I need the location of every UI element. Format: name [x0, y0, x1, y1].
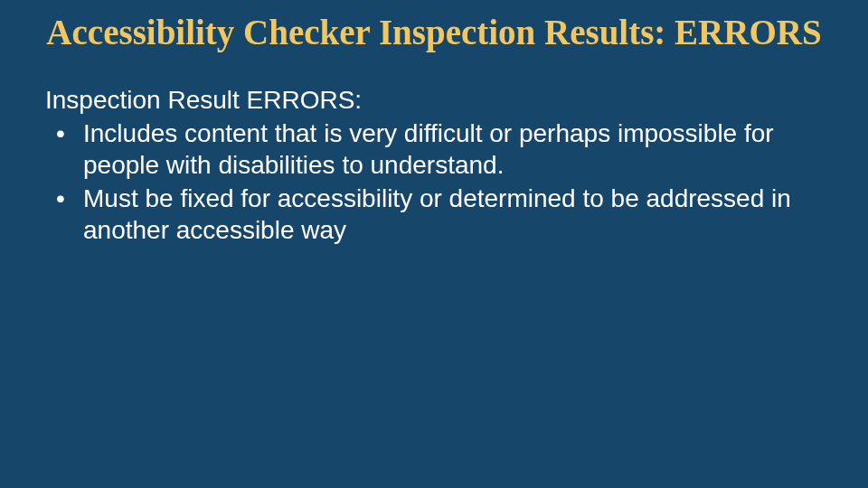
slide-body: Inspection Result ERRORS: Includes conte…: [45, 84, 823, 246]
list-item: Must be fixed for accessibility or deter…: [45, 183, 823, 246]
slide-title: Accessibility Checker Inspection Results…: [45, 13, 823, 53]
slide: Accessibility Checker Inspection Results…: [0, 0, 868, 488]
list-item: Includes content that is very difficult …: [45, 117, 823, 181]
lead-text: Inspection Result ERRORS:: [45, 84, 823, 116]
bullet-list: Includes content that is very difficult …: [45, 117, 823, 246]
